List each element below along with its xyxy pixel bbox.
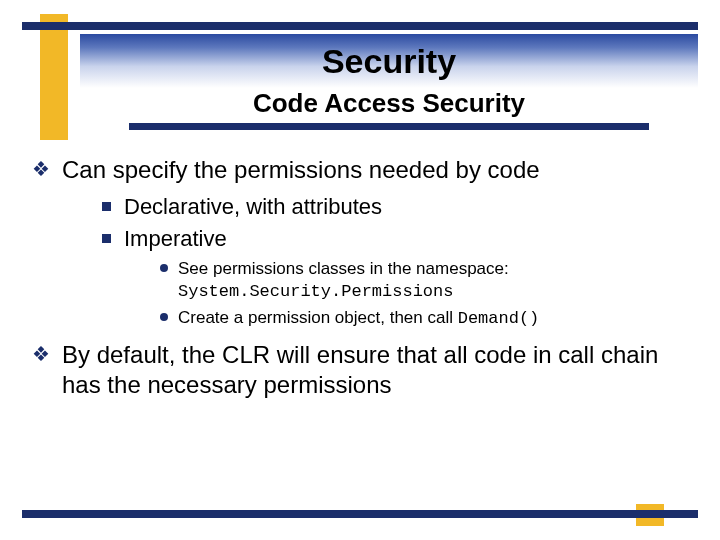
- bullet-text: By default, the CLR will ensure that all…: [62, 341, 658, 398]
- bullet-text: See permissions classes in the namespace…: [178, 259, 509, 278]
- title-gradient: Security: [80, 34, 698, 88]
- bullet-list-level1: ❖ Can specify the permissions needed by …: [22, 155, 698, 400]
- bullet-l2-1: Declarative, with attributes: [100, 193, 698, 221]
- bullet-list-level2: Declarative, with attributes Imperative …: [62, 193, 698, 330]
- diamond-icon: ❖: [32, 157, 50, 182]
- bullet-l1-2: ❖ By default, the CLR will ensure that a…: [32, 340, 698, 400]
- left-accent-block: [40, 30, 68, 140]
- content-area: ❖ Can specify the permissions needed by …: [22, 155, 698, 410]
- slide-subtitle: Code Access Security: [80, 88, 698, 119]
- bullet-l1-1: ❖ Can specify the permissions needed by …: [32, 155, 698, 330]
- code-text: Demand(): [458, 309, 540, 328]
- bullet-l3-2: Create a permission object, then call De…: [158, 307, 698, 330]
- diamond-icon: ❖: [32, 342, 50, 367]
- bullet-l3-1: See permissions classes in the namespace…: [158, 258, 698, 303]
- code-text: System.Security.Permissions: [178, 282, 453, 301]
- slide-title: Security: [322, 42, 456, 81]
- title-underline: [129, 123, 649, 130]
- slide: Security Code Access Security ❖ Can spec…: [0, 0, 720, 540]
- bullet-list-level3: See permissions classes in the namespace…: [124, 258, 698, 330]
- title-block: Security Code Access Security: [80, 34, 698, 130]
- bullet-text: Imperative: [124, 226, 227, 251]
- bottom-rule: [22, 510, 698, 518]
- bullet-text: Declarative, with attributes: [124, 194, 382, 219]
- bullet-text: Can specify the permissions needed by co…: [62, 156, 540, 183]
- bullet-l2-2: Imperative See permissions classes in th…: [100, 225, 698, 331]
- bullet-text: Create a permission object, then call: [178, 308, 458, 327]
- top-rule: [22, 22, 698, 30]
